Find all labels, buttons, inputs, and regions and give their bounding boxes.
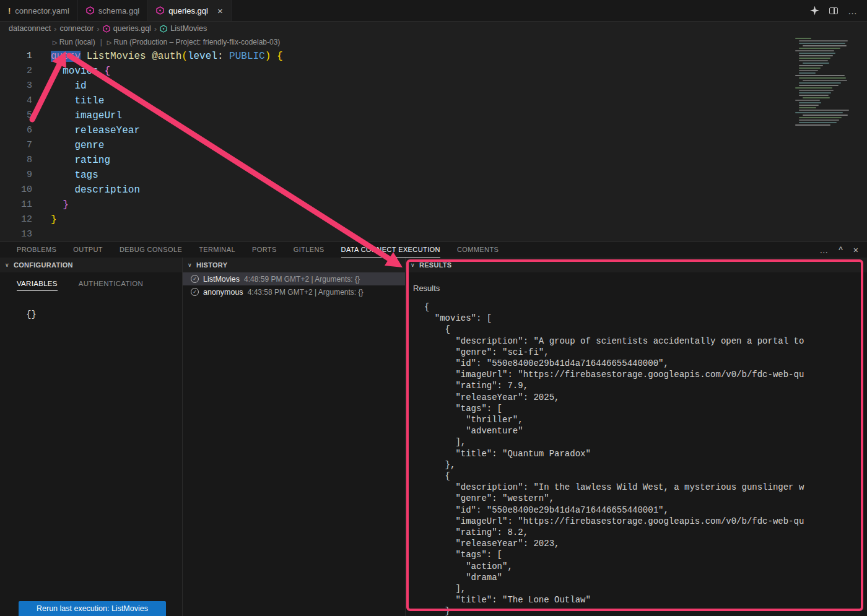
- panel-actions: … ^ ×: [819, 242, 867, 258]
- panel-more-icon[interactable]: …: [819, 245, 828, 255]
- chevron-right-icon: ›: [154, 24, 157, 33]
- code-token: [51, 140, 74, 151]
- code-token: [51, 110, 74, 121]
- history-list: ✓ListMovies4:48:59 PM GMT+2 | Arguments:…: [183, 272, 405, 298]
- breadcrumb-item-queries-gql[interactable]: queries.gql: [103, 24, 151, 33]
- history-item[interactable]: ✓anonymous4:43:58 PM GMT+2 | Arguments: …: [183, 285, 405, 298]
- results-label: Results: [413, 284, 867, 293]
- chevron-down-icon: ∨: [5, 262, 9, 268]
- code-line[interactable]: 13: [0, 227, 867, 241]
- code-token: releaseYear: [74, 125, 140, 136]
- breadcrumb-item-connector[interactable]: connector: [59, 24, 94, 33]
- code-token: imageUrl: [74, 110, 122, 121]
- code-line[interactable]: 6 releaseYear: [0, 123, 867, 138]
- panel-tab-gitlens[interactable]: GITLENS: [294, 242, 325, 258]
- code-line[interactable]: 3 id: [0, 79, 867, 93]
- warning-icon: !: [8, 6, 11, 15]
- code-token: [51, 80, 74, 92]
- panel-tab-comments[interactable]: COMMENTS: [457, 242, 499, 258]
- line-number: 13: [0, 227, 32, 241]
- code-line[interactable]: 1query ListMovies @auth(level: PUBLIC) {: [0, 49, 867, 64]
- run-production-link[interactable]: ▷ Run (Production – Project: friendly-fl…: [107, 38, 281, 46]
- code-line[interactable]: 9 tags: [0, 168, 867, 183]
- codelens: ▷ Run (local) | ▷ Run (Production – Proj…: [0, 35, 867, 49]
- code-line[interactable]: 12}: [0, 212, 867, 227]
- tab-variables[interactable]: VARIABLES: [17, 280, 58, 291]
- history-header[interactable]: ∨ HISTORY: [183, 258, 405, 272]
- panel-maximize-icon[interactable]: ^: [839, 245, 843, 255]
- minimap-line: [799, 53, 835, 54]
- code-line[interactable]: 4 title: [0, 93, 867, 108]
- results-header[interactable]: ∨ RESULTS: [406, 258, 867, 272]
- graphql-icon: [103, 25, 110, 33]
- more-actions-icon[interactable]: …: [848, 6, 857, 16]
- run-production-label: Run (Production – Project: friendly-flix…: [114, 38, 281, 46]
- code-area: 1query ListMovies @auth(level: PUBLIC) {…: [0, 49, 867, 241]
- editor[interactable]: ▷ Run (local) | ▷ Run (Production – Proj…: [0, 35, 867, 241]
- panel-tab-ports[interactable]: PORTS: [252, 242, 277, 258]
- minimap-line: [799, 119, 839, 121]
- codelens-separator: |: [100, 38, 102, 46]
- run-local-link[interactable]: ▷ Run (local): [53, 38, 95, 46]
- close-tab-icon[interactable]: ×: [217, 6, 223, 16]
- history-item[interactable]: ✓ListMovies4:48:59 PM GMT+2 | Arguments:…: [183, 272, 405, 285]
- tab-authentication[interactable]: AUTHENTICATION: [79, 280, 143, 291]
- tab-label: queries.gql: [168, 6, 208, 15]
- split-editor-icon[interactable]: [829, 7, 838, 14]
- success-check-icon: ✓: [191, 288, 199, 296]
- tab-queries-gql[interactable]: queries.gql ×: [148, 0, 231, 21]
- breadcrumb-item-listmovies[interactable]: ListMovies: [160, 24, 207, 33]
- configuration-header[interactable]: ∨ CONFIGURATION: [0, 258, 182, 272]
- code-line-content: id: [32, 79, 87, 93]
- section-title: HISTORY: [196, 261, 227, 269]
- line-number: 12: [0, 212, 32, 227]
- code-token: [51, 184, 74, 196]
- history-section: ∨ HISTORY ✓ListMovies4:48:59 PM GMT+2 | …: [183, 258, 406, 616]
- line-number: 8: [0, 153, 32, 168]
- breadcrumb-label: queries.gql: [113, 24, 151, 33]
- tab-connector-yaml[interactable]: ! connector.yaml: [0, 0, 78, 21]
- breadcrumb-item-dataconnect[interactable]: dataconnect: [9, 24, 51, 33]
- minimap-line: [799, 110, 849, 111]
- minimap-line: [795, 50, 834, 51]
- code-line[interactable]: 11 }: [0, 197, 867, 212]
- panel-tab-output[interactable]: OUTPUT: [73, 242, 103, 258]
- panel-tab-problems[interactable]: PROBLEMS: [17, 242, 56, 258]
- chevron-down-icon: ∨: [411, 262, 415, 268]
- code-line-content: tags: [32, 168, 98, 183]
- code-line[interactable]: 5 imageUrl: [0, 108, 867, 123]
- code-token: [51, 66, 63, 77]
- panel-tab-debug-console[interactable]: DEBUG CONSOLE: [120, 242, 182, 258]
- minimap-line: [795, 100, 820, 101]
- code-token: genre: [74, 140, 104, 151]
- results-json[interactable]: { "movies": [ { "description": "A group …: [424, 301, 867, 616]
- variables-value[interactable]: {}: [26, 310, 182, 319]
- code-line-content: }: [32, 197, 69, 212]
- minimap-line: [799, 85, 839, 86]
- code-token: rating: [74, 155, 110, 166]
- history-item-name: ListMovies: [203, 275, 240, 284]
- code-token: [51, 155, 74, 166]
- configuration-section: ∨ CONFIGURATION VARIABLES AUTHENTICATION…: [0, 258, 183, 616]
- code-line[interactable]: 2 movies {: [0, 64, 867, 79]
- panel-tab-data-connect-execution[interactable]: DATA CONNECT EXECUTION: [341, 242, 440, 258]
- chevron-right-icon: ›: [97, 24, 99, 33]
- minimap-line: [799, 70, 818, 71]
- line-number: 9: [0, 168, 32, 183]
- rerun-last-execution-button[interactable]: Rerun last execution: ListMovies: [19, 601, 166, 616]
- code-token: level: [188, 51, 217, 62]
- history-item-name: anonymous: [203, 288, 243, 297]
- code-token: query: [51, 51, 81, 62]
- code-token: movies: [63, 66, 98, 77]
- code-line[interactable]: 10 description: [0, 183, 867, 197]
- panel-close-icon[interactable]: ×: [853, 245, 858, 255]
- minimap-line: [795, 112, 843, 113]
- code-line[interactable]: 8 rating: [0, 153, 867, 168]
- code-line[interactable]: 7 genre: [0, 138, 867, 153]
- sparkle-icon[interactable]: [810, 6, 819, 15]
- tab-label: connector.yaml: [15, 6, 69, 15]
- history-item-meta: 4:48:59 PM GMT+2 | Arguments: {}: [244, 275, 360, 284]
- tab-schema-gql[interactable]: schema.gql: [78, 0, 148, 21]
- minimap[interactable]: [794, 38, 863, 150]
- panel-tab-terminal[interactable]: TERMINAL: [199, 242, 235, 258]
